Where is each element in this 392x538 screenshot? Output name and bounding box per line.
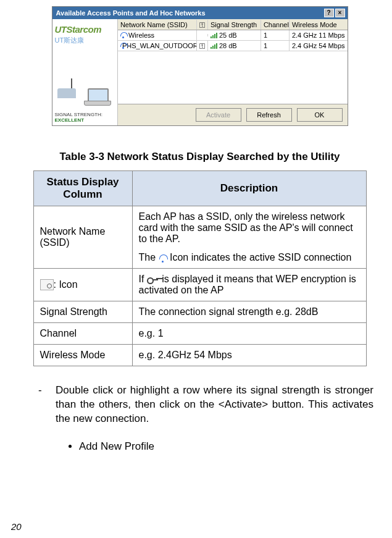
ok-button[interactable]: OK: [297, 108, 343, 122]
th-status-column: Status Display Column: [33, 171, 132, 206]
bullet-item: Add New Profile: [79, 440, 373, 454]
close-button[interactable]: ×: [335, 9, 345, 17]
cell-desc: If is displayed it means that WEP encryp…: [132, 269, 366, 301]
devices-illustration: [55, 77, 115, 109]
table-row: Signal Strength The connection signal st…: [33, 301, 366, 323]
signal-bars-icon: [211, 43, 217, 49]
dialog-title: Available Access Points and Ad Hoc Netwo…: [56, 9, 206, 17]
table-row[interactable]: PHS_WLAN_OUTDOOR ⚿ 28 dB 1 2.4 GHz 54 Mb…: [118, 41, 348, 51]
cell-col: : Icon: [33, 269, 132, 301]
cell-desc: Each AP has a SSID, only the wireless ne…: [132, 206, 366, 269]
network-table-body: Wireless 25 dB 1 2.4 GHz 11 Mbps PHS_WLA…: [118, 30, 348, 104]
key-icon: [147, 275, 159, 284]
table-row: Channel e.g. 1: [33, 323, 366, 345]
cell-col: Network Name (SSID): [33, 206, 132, 269]
col-header-mode[interactable]: Wireless Mode: [290, 20, 348, 30]
cell-col: Channel: [33, 323, 132, 345]
col-header-signal[interactable]: Signal Strength: [208, 20, 261, 30]
table-row[interactable]: Wireless 25 dB 1 2.4 GHz 11 Mbps: [118, 30, 348, 41]
cell-desc: e.g. 1: [132, 323, 366, 345]
dialog-titlebar: Available Access Points and Ad Hoc Netwo…: [52, 7, 348, 19]
table-row: : Icon If is displayed it means that WEP…: [33, 269, 366, 301]
signal-strength-readout: SIGNAL STRENGTH: EXCELLENT: [55, 112, 115, 123]
cell-col: Wireless Mode: [33, 345, 132, 366]
access-points-dialog: Available Access Points and Ad Hoc Netwo…: [52, 6, 348, 126]
table-row: Wireless Mode e.g. 2.4GHz 54 Mbps: [33, 345, 366, 366]
description-table: Status Display Column Description Networ…: [33, 170, 367, 366]
table-caption: Table 3-3 Network Status Display Searche…: [19, 151, 381, 163]
col-header-ssid[interactable]: Network Name (SSID): [118, 20, 197, 30]
brand-cn: UT斯达康: [55, 36, 115, 45]
refresh-button[interactable]: Refresh: [246, 108, 292, 122]
page-number: 20: [11, 521, 22, 532]
key-icon: ⚿: [199, 43, 206, 49]
th-description: Description: [132, 171, 366, 206]
instruction-item: Double click or highlight a row where it…: [56, 384, 373, 426]
cell-col: Signal Strength: [33, 301, 132, 323]
key-column-icon: [40, 279, 54, 290]
table-row: Network Name (SSID) Each AP has a SSID, …: [33, 206, 366, 269]
signal-bars-icon: [211, 32, 217, 38]
dialog-button-row: Activate Refresh OK: [118, 104, 348, 125]
activate-button[interactable]: Activate: [196, 108, 241, 122]
brand-logo: UTStarcom: [55, 24, 115, 35]
body-text: Double click or highlight a row where it…: [19, 384, 381, 454]
help-button[interactable]: ?: [324, 9, 334, 17]
dialog-sidebar: UTStarcom UT斯达康 SIGNAL STRENGTH: EXCELLE…: [52, 19, 118, 125]
cell-desc: e.g. 2.4GHz 54 Mbps: [132, 345, 366, 366]
wifi-icon: [159, 254, 167, 263]
wifi-icon: [120, 32, 127, 38]
network-table-header: Network Name (SSID) ⚿ Signal Strength Ch…: [118, 19, 348, 30]
col-header-channel[interactable]: Channel: [261, 20, 290, 30]
col-header-key-icon[interactable]: ⚿: [197, 20, 208, 30]
cell-desc: The connection signal strength e.g. 28dB: [132, 301, 366, 323]
